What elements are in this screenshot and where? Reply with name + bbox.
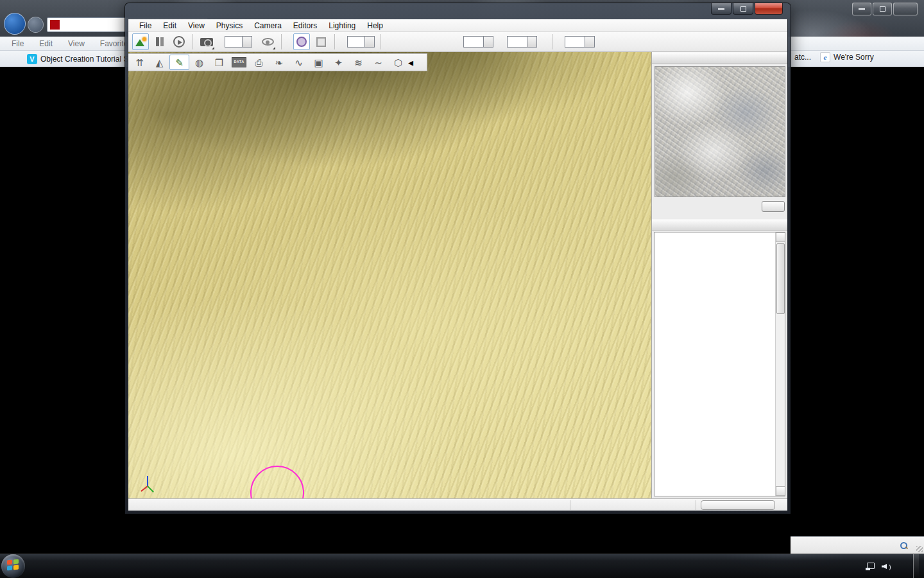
mission-area-editor-tool[interactable]: ▣ — [309, 55, 329, 70]
favorite-object-creation-tutorial-s[interactable]: VObject Creation Tutorial S — [27, 54, 128, 64]
ie-forward-button[interactable] — [28, 17, 44, 33]
world-editor-button[interactable] — [132, 33, 149, 50]
minimize-icon — [859, 8, 865, 10]
spinner-arrow-icon[interactable] — [585, 36, 595, 48]
ie-close-button[interactable] — [893, 3, 918, 15]
torque-minimize-button[interactable] — [711, 3, 732, 15]
decal-road-editor-tool[interactable]: ∼ — [368, 55, 388, 70]
convex-shape-editor-tool[interactable]: ⬡ — [388, 55, 408, 70]
pressure-stepper[interactable] — [565, 36, 595, 48]
visibility-menu-button[interactable] — [259, 33, 276, 50]
slope-min-stepper[interactable] — [463, 36, 493, 48]
toolbar-separator — [193, 34, 193, 49]
datablock-editor-icon: DATA — [232, 57, 246, 67]
datablock-editor-tool[interactable]: DATA — [229, 55, 249, 70]
axis-y — [147, 486, 154, 493]
spinner-arrow-icon[interactable] — [527, 36, 537, 48]
torque-menu-view[interactable]: View — [182, 21, 210, 30]
circle-brush-button[interactable] — [293, 33, 310, 50]
torque-menu-edit[interactable]: Edit — [157, 21, 182, 30]
pressure-value[interactable] — [565, 36, 585, 48]
slope-max-value[interactable] — [507, 36, 527, 48]
add-favorite-button[interactable] — [9, 53, 22, 65]
mission-area-editor-icon: ▣ — [314, 58, 323, 67]
ie-back-button[interactable] — [4, 13, 26, 35]
edit-material-button[interactable] — [762, 201, 785, 212]
status-divider — [570, 500, 570, 510]
status-dropdown[interactable] — [701, 500, 775, 510]
axis-gizmo — [137, 473, 158, 495]
favorites-left-group: VObject Creation Tutorial S — [27, 54, 137, 64]
layout-columns-button[interactable] — [151, 33, 168, 50]
ie-menu-view[interactable]: View — [68, 39, 85, 48]
forest-editor-tool[interactable]: ❧ — [269, 55, 289, 70]
toolbar-separator — [281, 34, 282, 49]
shape-editor-tool[interactable]: ❒ — [209, 55, 229, 70]
particle-editor-tool[interactable]: ✦ — [329, 55, 348, 70]
slope-max-stepper[interactable] — [507, 36, 537, 48]
camera-menu-button[interactable] — [198, 33, 215, 50]
terrain-viewport[interactable]: ⇈◭✎◍❒DATA⎙❧∿▣✦≋∼⬡◂ — [128, 52, 651, 498]
show-desktop-button[interactable] — [913, 554, 919, 578]
material-list-scrollbar[interactable] — [775, 232, 785, 496]
material-editor-tool[interactable]: ◍ — [189, 55, 209, 70]
status-divider — [696, 500, 696, 510]
decal-editor-tool[interactable]: ⎙ — [249, 55, 269, 70]
ie-menu-edit[interactable]: Edit — [39, 39, 53, 48]
torque-menu-editors[interactable]: Editors — [287, 21, 323, 30]
resize-grip[interactable] — [916, 546, 923, 552]
terrain-editor-icon: ◭ — [156, 58, 164, 67]
play-mission-button[interactable] — [171, 33, 187, 50]
torque-close-button[interactable] — [755, 3, 783, 15]
strip-collapse-icon[interactable]: ◂ — [408, 57, 413, 69]
zoom-magnifier-icon — [900, 542, 907, 549]
brush-size-stepper[interactable] — [347, 36, 375, 48]
torque-maximize-button[interactable] — [733, 3, 753, 15]
toolbar-separator — [381, 34, 381, 49]
square-brush-button[interactable] — [312, 33, 329, 50]
square-brush-icon — [316, 37, 326, 47]
camera-speed-value[interactable] — [225, 36, 243, 48]
object-editor-tool[interactable]: ⇈ — [130, 55, 150, 70]
torque-menu-camera[interactable]: Camera — [248, 21, 287, 30]
slope-min-value[interactable] — [463, 36, 484, 48]
camera-speed-stepper[interactable] — [225, 36, 252, 48]
network-icon[interactable] — [866, 563, 875, 570]
terrain-painter-tool[interactable]: ✎ — [169, 55, 189, 70]
minimize-icon — [718, 8, 724, 10]
columns-icon — [156, 37, 164, 46]
brush-circle-cursor — [250, 466, 304, 498]
ie-menu-file[interactable]: File — [12, 39, 24, 48]
system-tray — [851, 554, 919, 578]
mesh-road-editor-tool[interactable]: ∿ — [289, 55, 309, 70]
scroll-down-arrow[interactable] — [776, 486, 785, 496]
ie-maximize-button[interactable] — [873, 3, 892, 15]
torque-menu-help[interactable]: Help — [361, 21, 389, 30]
maximize-icon — [740, 6, 746, 12]
brush-size-value[interactable] — [347, 36, 365, 48]
material-selector-header — [652, 219, 787, 231]
terrain-editor-tool[interactable]: ◭ — [150, 55, 169, 70]
spinner-arrow-icon[interactable] — [243, 36, 252, 48]
torque-menu-file[interactable]: File — [133, 21, 157, 30]
eye-icon — [262, 38, 274, 46]
material-list — [654, 232, 785, 496]
spinner-arrow-icon[interactable] — [484, 36, 493, 48]
toolbar-separator — [334, 34, 335, 49]
forest-editor-icon: ❧ — [275, 58, 283, 67]
torque-menu-lighting[interactable]: Lighting — [323, 21, 361, 30]
favorite-atc[interactable]: atc... — [794, 53, 811, 62]
volume-icon[interactable] — [882, 563, 891, 570]
torque-titlebar[interactable] — [128, 3, 788, 19]
scrollbar-thumb[interactable] — [776, 243, 785, 314]
torque-menu-bar: FileEditViewPhysicsCameraEditorsLighting… — [128, 19, 787, 32]
spinner-arrow-icon[interactable] — [365, 36, 375, 48]
material-preview-row — [652, 200, 787, 214]
scroll-up-arrow[interactable] — [776, 232, 785, 242]
start-button[interactable] — [1, 554, 25, 578]
ie-minimize-button[interactable] — [852, 3, 871, 15]
favorite-we-re-sorry[interactable]: eWe're Sorry — [820, 52, 874, 62]
torque-menu-physics[interactable]: Physics — [210, 21, 248, 30]
mountain-sun-icon — [135, 37, 146, 46]
river-editor-tool[interactable]: ≋ — [348, 55, 368, 70]
